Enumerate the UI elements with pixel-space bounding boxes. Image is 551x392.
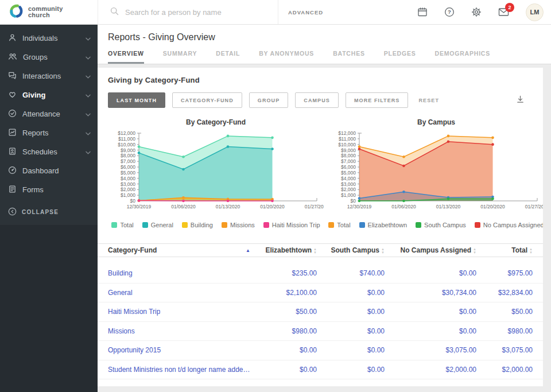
data-point[interactable] — [227, 135, 230, 138]
settings-gear-icon[interactable] — [471, 7, 482, 17]
download-icon[interactable] — [516, 95, 525, 106]
data-point[interactable] — [402, 156, 405, 158]
amount-cell[interactable]: $0.00 — [385, 308, 476, 316]
amount-cell[interactable]: $0.00 — [317, 327, 385, 335]
data-point[interactable] — [182, 196, 185, 199]
amount-cell[interactable]: $2,100.00 — [254, 289, 317, 297]
data-point[interactable] — [227, 145, 230, 148]
data-point[interactable] — [358, 148, 361, 150]
data-point[interactable] — [491, 143, 494, 146]
amount-cell[interactable]: $740.00 — [317, 269, 385, 277]
data-point[interactable] — [402, 165, 405, 168]
data-point[interactable] — [271, 148, 274, 150]
amount-cell[interactable]: $50.00 — [476, 308, 533, 316]
avatar[interactable]: LM — [526, 3, 544, 21]
search-input[interactable] — [125, 8, 263, 17]
legend-item-total[interactable]: Total — [111, 222, 133, 228]
amount-cell[interactable]: $0.00 — [254, 366, 317, 374]
data-point[interactable] — [271, 200, 274, 203]
legend-item-south-campus[interactable]: South Campus — [416, 222, 466, 228]
sidebar-item-interactions[interactable]: Interactions — [0, 67, 98, 86]
tab-demographics[interactable]: DEMOGRAPHICS — [435, 50, 491, 64]
logo[interactable]: community church — [0, 0, 98, 24]
data-point[interactable] — [227, 200, 230, 203]
data-point[interactable] — [447, 135, 450, 138]
amount-cell[interactable]: $3,075.00 — [385, 346, 476, 354]
amount-cell[interactable]: $0.00 — [385, 269, 476, 277]
amount-cell[interactable]: $0.00 — [317, 308, 385, 316]
data-point[interactable] — [402, 200, 405, 203]
sidebar-item-attendance[interactable]: Attendance — [0, 104, 98, 123]
amount-cell[interactable]: $980.00 — [254, 327, 317, 335]
filter-button-more-filters[interactable]: MORE FILTERS — [346, 92, 409, 108]
amount-cell[interactable]: $3,075.00 — [476, 346, 533, 354]
amount-cell[interactable]: $0.00 — [317, 289, 385, 297]
data-point[interactable] — [402, 191, 405, 193]
legend-item-no-campus-assigned[interactable]: No Campus Assigned — [475, 222, 543, 228]
amount-cell[interactable]: $32,834.00 — [476, 289, 533, 297]
sidebar-item-dashboard[interactable]: Dashboard — [0, 161, 98, 180]
fund-link-haiti-mission-trip[interactable]: Haiti Mission Trip — [108, 308, 160, 316]
advanced-search-link[interactable]: ADVANCED — [278, 0, 323, 24]
sidebar-item-schedules[interactable]: Schedules — [0, 142, 98, 161]
sidebar-item-groups[interactable]: Groups — [0, 48, 98, 67]
reset-filters-button[interactable]: RESET — [418, 98, 439, 103]
tab-detail[interactable]: DETAIL — [216, 50, 240, 64]
filter-button-last-month[interactable]: LAST MONTH — [108, 92, 165, 108]
messages-icon[interactable]: 2 — [498, 7, 509, 17]
tab-batches[interactable]: BATCHES — [333, 50, 365, 64]
data-point[interactable] — [358, 197, 361, 200]
tab-by-anonymous[interactable]: BY ANONYMOUS — [259, 50, 314, 64]
fund-link-missions[interactable]: Missions — [108, 327, 135, 335]
amount-cell[interactable]: $0.00 — [254, 346, 317, 354]
tab-summary[interactable]: SUMMARY — [163, 50, 197, 64]
data-point[interactable] — [491, 197, 494, 200]
data-point[interactable] — [358, 145, 361, 148]
amount-cell[interactable]: $50.00 — [254, 308, 317, 316]
tab-pledges[interactable]: PLEDGES — [384, 50, 416, 64]
sidebar-item-reports[interactable]: Reports — [0, 123, 98, 142]
sidebar-collapse-button[interactable]: COLLAPSE — [0, 203, 98, 222]
data-point[interactable] — [138, 152, 141, 154]
legend-item-haiti-mission-trip[interactable]: Haiti Mission Trip — [263, 222, 320, 228]
data-point[interactable] — [138, 145, 141, 148]
fund-link-student-ministries-non-t-d-lon[interactable]: Student Ministries non t/d longer name a… — [108, 366, 254, 374]
amount-cell[interactable]: $975.00 — [476, 269, 533, 277]
data-point[interactable] — [271, 137, 274, 139]
amount-cell[interactable]: $0.00 — [317, 346, 385, 354]
data-point[interactable] — [138, 199, 141, 202]
legend-item-total[interactable]: Total — [328, 222, 350, 228]
amount-cell[interactable]: $2,000.00 — [476, 366, 533, 374]
column-header-category-fund[interactable]: Category-Fund▲ — [108, 246, 254, 254]
column-header-elizabethtown[interactable]: Elizabethtown▲▼ — [254, 246, 317, 254]
fund-link-general[interactable]: General — [108, 289, 133, 297]
legend-item-building[interactable]: Building — [182, 222, 213, 228]
legend-item-missions[interactable]: Missions — [222, 222, 255, 228]
help-icon[interactable]: ? — [444, 7, 455, 17]
amount-cell[interactable]: $2,000.00 — [385, 366, 476, 374]
legend-item-general[interactable]: General — [142, 222, 173, 228]
amount-cell[interactable]: $0.00 — [385, 327, 476, 335]
filter-button-group[interactable]: GROUP — [249, 92, 289, 108]
amount-cell[interactable]: $235.00 — [254, 269, 317, 277]
filter-button-campus[interactable]: CAMPUS — [295, 92, 339, 108]
filter-button-category-fund[interactable]: CATEGORY-FUND — [172, 92, 242, 108]
column-header-total[interactable]: Total▲▼ — [476, 246, 533, 254]
legend-item-elizabethtown[interactable]: Elizabethtown — [359, 222, 408, 228]
fund-link-opportunity-2015[interactable]: Opportunity 2015 — [108, 346, 161, 354]
amount-cell[interactable]: $0.00 — [317, 366, 385, 374]
amount-cell[interactable]: $30,734.00 — [385, 289, 476, 297]
tab-overview[interactable]: OVERVIEW — [108, 50, 144, 64]
data-point[interactable] — [182, 200, 185, 203]
data-point[interactable] — [182, 156, 185, 158]
data-point[interactable] — [447, 140, 450, 143]
calendar-icon[interactable] — [417, 7, 428, 17]
data-point[interactable] — [447, 197, 450, 200]
column-header-no-campus-assigned[interactable]: No Campus Assigned▲▼ — [385, 246, 476, 254]
fund-link-building[interactable]: Building — [108, 269, 133, 277]
data-point[interactable] — [182, 168, 185, 171]
amount-cell[interactable]: $980.00 — [476, 327, 533, 335]
column-header-south-campus[interactable]: South Campus▲▼ — [317, 246, 385, 254]
data-point[interactable] — [491, 137, 494, 139]
sidebar-item-forms[interactable]: Forms — [0, 180, 98, 199]
